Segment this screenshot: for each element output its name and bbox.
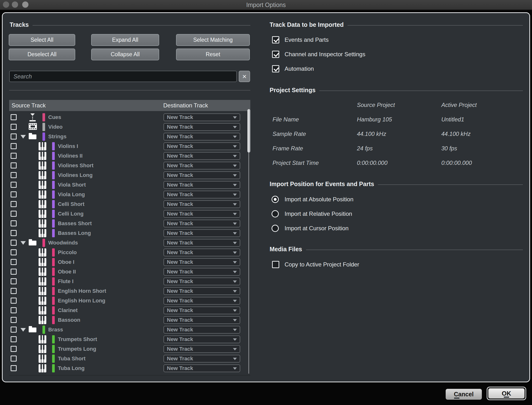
destination-dropdown[interactable]: New Track (164, 142, 240, 150)
destination-dropdown-value: New Track (167, 143, 193, 150)
search-input[interactable] (9, 71, 237, 82)
check-icon (273, 66, 279, 71)
option-label[interactable]: Channel and Inspector Settings (285, 51, 365, 58)
track-checkbox[interactable] (11, 307, 17, 313)
track-checkbox[interactable] (11, 153, 17, 159)
option-checkbox[interactable] (272, 65, 279, 72)
track-checkbox[interactable] (11, 269, 17, 275)
instrument-icon (38, 152, 47, 160)
track-checkbox[interactable] (11, 259, 17, 265)
cancel-button[interactable]: Cancel (446, 389, 482, 400)
destination-dropdown[interactable]: New Track (164, 113, 240, 121)
track-checkbox[interactable] (11, 356, 17, 362)
destination-dropdown[interactable]: New Track (164, 287, 240, 295)
expand-all-button[interactable]: Expand All (91, 34, 159, 46)
destination-dropdown[interactable]: New Track (164, 162, 240, 169)
destination-dropdown[interactable]: New Track (164, 123, 240, 131)
chevron-down-icon (233, 184, 237, 186)
track-checkbox[interactable] (11, 162, 17, 168)
track-checkbox[interactable] (11, 288, 17, 294)
import-position-radio[interactable] (272, 210, 279, 217)
track-color-bar (52, 316, 55, 324)
destination-dropdown[interactable]: New Track (164, 316, 240, 324)
scrollbar-thumb[interactable] (247, 109, 250, 153)
destination-dropdown[interactable]: New Track (164, 229, 240, 237)
chevron-down-icon (233, 290, 237, 293)
track-row: Celli ShortNew Track (9, 199, 250, 209)
track-checkbox[interactable] (11, 211, 17, 217)
track-checkbox[interactable] (11, 278, 17, 284)
track-checkbox[interactable] (11, 240, 17, 246)
track-checkbox[interactable] (11, 249, 17, 255)
destination-dropdown[interactable]: New Track (164, 191, 240, 198)
track-checkbox[interactable] (11, 346, 17, 352)
track-checkbox[interactable] (11, 230, 17, 236)
import-position-radio[interactable] (272, 196, 279, 203)
track-checkbox[interactable] (11, 365, 17, 371)
destination-dropdown[interactable]: New Track (164, 326, 240, 334)
destination-dropdown[interactable]: New Track (164, 152, 240, 160)
destination-dropdown[interactable]: New Track (164, 249, 240, 256)
destination-dropdown-value: New Track (167, 210, 193, 217)
destination-dropdown[interactable]: New Track (164, 200, 240, 208)
track-color-bar (42, 239, 45, 247)
destination-dropdown[interactable]: New Track (164, 355, 240, 363)
collapse-all-button[interactable]: Collapse All (91, 49, 159, 60)
section-divider (319, 91, 523, 91)
option-label[interactable]: Events and Parts (285, 36, 329, 43)
marker-icon (28, 113, 37, 122)
reset-button[interactable]: Reset (176, 49, 250, 60)
destination-dropdown-value: New Track (167, 220, 193, 227)
import-position-label[interactable]: Import at Cursor Position (285, 225, 348, 232)
deselect-all-button[interactable]: Deselect All (9, 49, 75, 60)
import-position-radio[interactable] (272, 225, 279, 232)
import-position-label[interactable]: Import at Absolute Position (285, 196, 354, 203)
track-checkbox[interactable] (11, 143, 17, 149)
destination-dropdown[interactable]: New Track (164, 220, 240, 227)
scrollbar-track[interactable] (248, 153, 249, 374)
destination-dropdown[interactable]: New Track (164, 278, 240, 285)
track-checkbox[interactable] (11, 114, 17, 120)
import-position-label[interactable]: Import at Relative Position (285, 210, 352, 217)
project-setting-source-value: 24 fps (357, 145, 373, 152)
search-clear-button[interactable]: × (239, 71, 250, 82)
collapse-expander-icon[interactable] (20, 328, 26, 332)
track-checkbox[interactable] (11, 298, 17, 304)
instrument-icon (38, 277, 47, 286)
option-checkbox[interactable] (272, 51, 279, 58)
collapse-expander-icon[interactable] (20, 241, 26, 245)
track-checkbox[interactable] (11, 172, 17, 178)
chevron-down-icon (233, 116, 237, 119)
option-checkbox[interactable] (272, 36, 279, 43)
track-checkbox[interactable] (11, 220, 17, 226)
ok-button[interactable]: OK (488, 388, 525, 398)
track-checkbox[interactable] (11, 317, 17, 323)
option-label[interactable]: Automation (285, 65, 314, 72)
select-all-button[interactable]: Select All (9, 34, 75, 46)
track-checkbox[interactable] (11, 336, 17, 342)
destination-dropdown[interactable]: New Track (164, 171, 240, 179)
destination-dropdown[interactable]: New Track (164, 268, 240, 276)
project-setting-label: File Name (273, 116, 299, 123)
track-checkbox[interactable] (11, 124, 17, 130)
destination-dropdown[interactable]: New Track (164, 258, 240, 266)
destination-dropdown[interactable]: New Track (164, 133, 240, 140)
destination-dropdown[interactable]: New Track (164, 181, 240, 189)
destination-dropdown[interactable]: New Track (164, 364, 240, 372)
destination-dropdown[interactable]: New Track (164, 345, 240, 353)
destination-dropdown[interactable]: New Track (164, 239, 240, 247)
destination-dropdown[interactable]: New Track (164, 210, 240, 218)
track-checkbox[interactable] (11, 133, 17, 140)
option-label[interactable]: Copy to Active Project Folder (285, 261, 359, 268)
select-matching-button[interactable]: Select Matching (176, 34, 250, 46)
option-checkbox[interactable] (272, 261, 279, 268)
collapse-expander-icon[interactable] (20, 135, 26, 139)
destination-dropdown[interactable]: New Track (164, 335, 240, 343)
track-checkbox[interactable] (11, 327, 17, 333)
active-project-column-header: Active Project (441, 101, 477, 109)
destination-dropdown[interactable]: New Track (164, 307, 240, 314)
track-checkbox[interactable] (11, 191, 17, 197)
track-checkbox[interactable] (11, 182, 17, 188)
track-checkbox[interactable] (11, 201, 17, 207)
destination-dropdown[interactable]: New Track (164, 297, 240, 305)
